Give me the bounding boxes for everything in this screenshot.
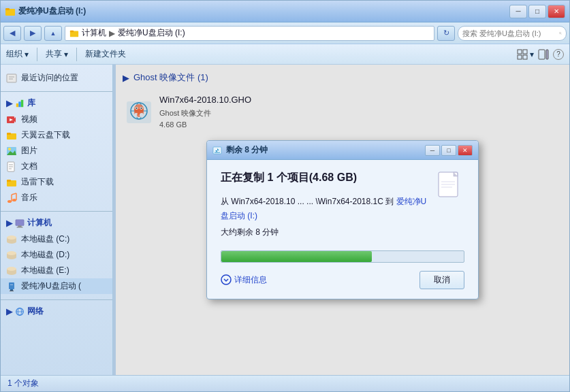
toolbar: 组织 ▾ 共享 ▾ 新建文件夹 ▾ <box>1 44 569 65</box>
dialog-file-preview <box>437 171 464 203</box>
sidebar-divider-3 <box>1 299 112 300</box>
svg-rect-11 <box>546 50 548 59</box>
address-bar: ◀ ▶ ▲ 计算机 ▶ 爱纯净U盘启动 (I:) ↻ <box>1 22 569 44</box>
maximize-button[interactable]: □ <box>528 5 546 18</box>
explorer-window: 爱纯净U盘启动 (I:) ─ □ ✕ ◀ ▶ ▲ 计算机 ▶ 爱纯净U盘启动 (… <box>0 0 570 392</box>
window-title: 爱纯净U盘启动 (I:) <box>18 5 86 17</box>
help-button[interactable]: ? <box>553 49 564 60</box>
recent-section: 最近访问的位置 <box>1 70 112 86</box>
search-input[interactable] <box>462 29 556 37</box>
svg-point-32 <box>7 200 12 203</box>
dialog-minimize-button[interactable]: ─ <box>425 145 440 156</box>
organize-button[interactable]: 组织 ▾ <box>6 48 29 60</box>
dialog-remaining: 大约剩余 8 分钟 <box>221 225 429 239</box>
chevron-icon <box>221 274 232 285</box>
content-panel: ▶ Ghost 映像文件 (1) <box>116 65 569 375</box>
library-header[interactable]: ▶ 库 <box>1 95 112 112</box>
network-header[interactable]: ▶ 网络 <box>1 303 112 320</box>
svg-rect-52 <box>10 284 13 285</box>
svg-rect-3 <box>70 30 74 32</box>
dialog-body: 正在复制 1 个项目(4.68 GB) 从 Win7x64-2018.10 ..… <box>207 160 478 298</box>
svg-rect-49 <box>9 282 14 289</box>
svg-rect-16 <box>18 101 21 107</box>
svg-rect-10 <box>539 50 545 59</box>
network-section: ▶ 网络 <box>1 303 112 320</box>
dialog-overlay: 剩余 8 分钟 ─ □ ✕ 正在复制 1 个项目(4.68 GB) <box>116 65 569 375</box>
minimize-button[interactable]: ─ <box>509 5 527 18</box>
back-button[interactable]: ◀ <box>3 26 21 41</box>
dialog-maximize-button[interactable]: □ <box>441 145 456 156</box>
status-bar: 1 个对象 <box>1 375 569 391</box>
views-button[interactable]: ▾ <box>517 49 534 60</box>
dialog-footer: 详细信息 取消 <box>221 271 464 289</box>
dialog-close-button[interactable]: ✕ <box>458 145 473 156</box>
svg-point-33 <box>12 199 16 201</box>
path-part-computer: 计算机 <box>82 27 106 39</box>
network-icon <box>15 307 25 316</box>
details-label: 详细信息 <box>234 274 267 286</box>
sidebar-item-music[interactable]: 音乐 <box>1 190 112 206</box>
preview-button[interactable] <box>538 49 549 60</box>
svg-rect-51 <box>10 291 14 291</box>
svg-line-5 <box>560 33 561 34</box>
library-icon <box>15 99 25 108</box>
sidebar-item-cloud[interactable]: 天翼云盘下载 <box>1 127 112 143</box>
toolbar-separator-1 <box>37 48 37 61</box>
sidebar-item-recent[interactable]: 最近访问的位置 <box>1 70 112 86</box>
new-folder-button[interactable]: 新建文件夹 <box>85 48 126 60</box>
svg-rect-1 <box>5 8 10 10</box>
preview-icon <box>538 49 549 60</box>
copy-dialog: 剩余 8 分钟 ─ □ ✕ 正在复制 1 个项目(4.68 GB) <box>206 140 479 299</box>
sidebar-item-docs[interactable]: 文档 <box>1 159 112 174</box>
path-part-drive: 爱纯净U盘启动 (I:) <box>118 27 185 39</box>
svg-rect-22 <box>7 133 11 135</box>
main-area: 最近访问的位置 ▶ 库 <box>1 65 569 375</box>
svg-rect-37 <box>16 219 24 225</box>
svg-point-48 <box>7 267 16 271</box>
details-button[interactable]: 详细信息 <box>221 274 267 286</box>
cloud-folder-icon <box>6 130 17 141</box>
share-button[interactable]: 共享 ▾ <box>46 48 68 60</box>
address-path[interactable]: 计算机 ▶ 爱纯净U盘启动 (I:) <box>65 26 434 41</box>
sidebar-item-drive-c[interactable]: 本地磁盘 (C:) <box>1 231 112 247</box>
progress-bar-container <box>221 250 464 263</box>
sidebar-item-images[interactable]: 图片 <box>1 143 112 159</box>
svg-rect-38 <box>18 225 21 227</box>
computer-header[interactable]: ▶ 计算机 <box>1 214 112 231</box>
title-bar: 爱纯净U盘启动 (I:) ─ □ ✕ <box>1 1 569 22</box>
sidebar-item-drive-e[interactable]: 本地磁盘 (E:) <box>1 263 112 278</box>
drive-d-icon <box>6 250 17 261</box>
svg-rect-39 <box>17 227 23 227</box>
close-button[interactable]: ✕ <box>548 5 565 18</box>
svg-point-24 <box>8 148 11 150</box>
sidebar-item-video[interactable]: 视频 <box>1 112 112 127</box>
sidebar-item-usb[interactable]: 爱纯净U盘启动 ( <box>1 278 112 294</box>
sidebar-divider-2 <box>1 211 112 212</box>
svg-rect-9 <box>523 55 527 59</box>
sidebar-item-thunder[interactable]: 迅雷下载 <box>1 174 112 190</box>
dialog-title-buttons: ─ □ ✕ <box>425 145 473 156</box>
usb-icon <box>6 281 17 292</box>
cancel-button[interactable]: 取消 <box>419 271 464 289</box>
search-box[interactable] <box>458 26 567 41</box>
image-icon <box>6 146 17 157</box>
search-icon <box>559 29 562 37</box>
dialog-title-bar: 剩余 8 分钟 ─ □ ✕ <box>207 141 478 160</box>
svg-rect-12 <box>7 74 16 82</box>
video-icon <box>6 114 17 125</box>
dialog-title-icon <box>212 146 222 155</box>
up-button[interactable]: ▲ <box>44 26 62 41</box>
svg-rect-15 <box>16 103 19 107</box>
forward-button[interactable]: ▶ <box>24 26 42 41</box>
recent-icon <box>6 73 17 84</box>
progress-bar-fill <box>221 251 372 262</box>
dialog-from-path: Win7x64-2018.10 ... <box>231 197 304 206</box>
sidebar-item-drive-d[interactable]: 本地磁盘 (D:) <box>1 247 112 263</box>
svg-rect-31 <box>7 180 11 182</box>
drive-c-icon <box>6 234 17 245</box>
refresh-button[interactable]: ↻ <box>437 26 455 41</box>
svg-point-4 <box>559 32 560 33</box>
svg-marker-19 <box>14 117 16 122</box>
toolbar-separator-2 <box>76 48 77 61</box>
title-buttons: ─ □ ✕ <box>509 5 565 18</box>
